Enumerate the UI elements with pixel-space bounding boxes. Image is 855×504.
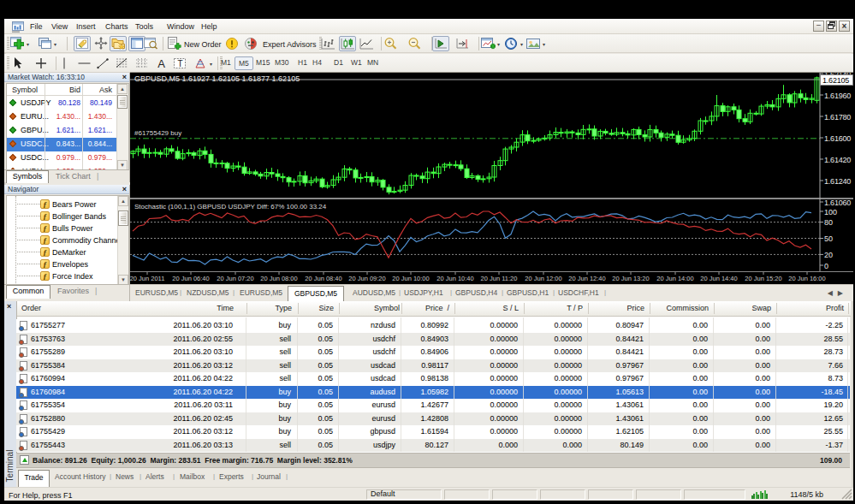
- svg-text:1.61420: 1.61420: [824, 156, 851, 164]
- svg-text:#61755429 buy: #61755429 buy: [134, 129, 181, 137]
- svg-text:20 Jun 11:20: 20 Jun 11:20: [481, 275, 518, 282]
- svg-text:20 Jun 10:40: 20 Jun 10:40: [436, 275, 473, 282]
- svg-text:20: 20: [824, 251, 833, 259]
- svg-text:20 Jun 09:20: 20 Jun 09:20: [348, 275, 385, 282]
- svg-text:0: 0: [824, 262, 828, 270]
- svg-text:GBPUSD,M5 1.61927 1.62105 1.6: GBPUSD,M5 1.61927 1.62105 1.61877 1.6210…: [134, 74, 300, 83]
- svg-text:20 Jun 08:40: 20 Jun 08:40: [305, 275, 341, 282]
- svg-text:20 Jun 12:00: 20 Jun 12:00: [525, 275, 561, 282]
- svg-text:1.61060: 1.61060: [824, 199, 851, 207]
- svg-text:20 Jun 12:40: 20 Jun 12:40: [568, 275, 605, 282]
- svg-text:1.62105: 1.62105: [822, 76, 849, 85]
- svg-text:20 Jun 2011: 20 Jun 2011: [130, 275, 164, 282]
- svg-text:1.61960: 1.61960: [824, 92, 851, 100]
- svg-text:50: 50: [824, 234, 833, 243]
- svg-text:20 Jun 10:00: 20 Jun 10:00: [392, 275, 429, 282]
- svg-text:20 Jun 15:20: 20 Jun 15:20: [745, 275, 781, 282]
- svg-text:1.61780: 1.61780: [824, 113, 851, 122]
- svg-text:20 Jun 14:00: 20 Jun 14:00: [656, 275, 693, 282]
- svg-text:1.61240: 1.61240: [824, 177, 851, 186]
- svg-text:100: 100: [824, 208, 837, 216]
- svg-text:20 Jun 16:00: 20 Jun 16:00: [788, 275, 825, 282]
- svg-text:80: 80: [824, 218, 833, 227]
- svg-text:20 Jun 06:40: 20 Jun 06:40: [172, 275, 209, 282]
- svg-text:A: A: [157, 57, 165, 70]
- svg-text:T: T: [177, 59, 182, 68]
- svg-text:20 Jun 13:20: 20 Jun 13:20: [612, 275, 649, 282]
- svg-text:20 Jun 07:20: 20 Jun 07:20: [217, 275, 253, 282]
- svg-text:1.61600: 1.61600: [824, 134, 851, 143]
- svg-text:20 Jun 14:40: 20 Jun 14:40: [700, 275, 737, 282]
- svg-text:20 Jun 08:00: 20 Jun 08:00: [260, 275, 297, 282]
- svg-text:Stochastic (100,1,1) GBPUSD: Stochastic (100,1,1) GBPUSD USDJPY Diff:…: [134, 203, 327, 210]
